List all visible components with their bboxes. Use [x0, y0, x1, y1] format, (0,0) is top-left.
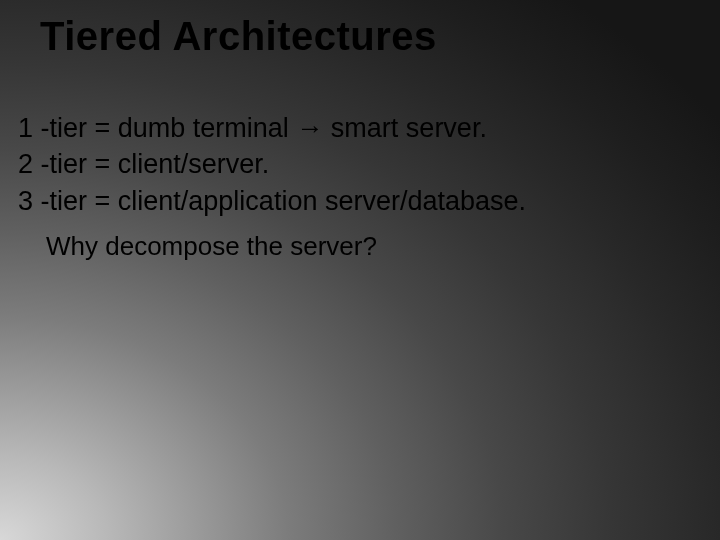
tier-1-line: 1 -tier = dumb terminal → smart server.: [18, 110, 700, 146]
tier-2-line: 2 -tier = client/server.: [18, 146, 700, 182]
question-line: Why decompose the server?: [46, 229, 700, 264]
slide: Tiered Architectures 1 -tier = dumb term…: [0, 0, 720, 540]
slide-body: 1 -tier = dumb terminal → smart server. …: [18, 110, 700, 264]
tier-1-pre: 1 -tier = dumb terminal: [18, 113, 296, 143]
tier-1-post: smart server.: [323, 113, 487, 143]
tier-3-line: 3 -tier = client/application server/data…: [18, 183, 700, 219]
slide-title: Tiered Architectures: [40, 14, 437, 59]
arrow-right-icon: →: [296, 113, 323, 143]
